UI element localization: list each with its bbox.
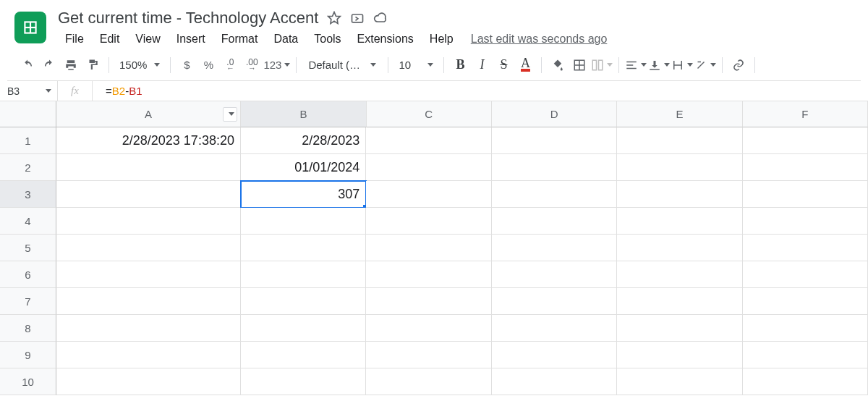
decrease-decimal-button[interactable]: .0← (220, 55, 240, 75)
cell-B6[interactable] (241, 261, 366, 288)
font-select[interactable]: Default (Ari… (302, 55, 382, 75)
col-dropdown-A[interactable] (223, 107, 237, 122)
cell-A6[interactable] (56, 261, 241, 288)
cell-F9[interactable] (743, 342, 868, 368)
text-color-button[interactable]: A (515, 55, 535, 75)
col-header-F[interactable]: F (743, 101, 868, 127)
formula-bar[interactable]: =B2-B1 (93, 81, 868, 101)
menu-extensions[interactable]: Extensions (350, 30, 421, 49)
cell-F10[interactable] (743, 368, 868, 395)
star-icon[interactable] (327, 11, 341, 25)
borders-button[interactable] (569, 55, 590, 75)
cell-E6[interactable] (617, 261, 742, 288)
percent-button[interactable]: % (198, 55, 218, 75)
cell-E3[interactable] (617, 181, 742, 208)
bold-button[interactable]: B (450, 55, 470, 75)
cell-D5[interactable] (492, 235, 617, 261)
row-header-5[interactable]: 5 (0, 235, 56, 261)
cell-C7[interactable] (366, 288, 491, 315)
cell-F8[interactable] (743, 315, 868, 342)
cell-A2[interactable] (56, 154, 241, 181)
cell-B10[interactable] (241, 368, 366, 395)
cell-A3[interactable] (56, 181, 241, 208)
cell-B9[interactable] (241, 342, 366, 368)
print-button[interactable] (61, 55, 81, 75)
cell-B1[interactable]: 2/28/2023 (241, 127, 366, 154)
increase-decimal-button[interactable]: .00→ (242, 55, 262, 75)
italic-button[interactable]: I (472, 55, 492, 75)
cell-D4[interactable] (492, 208, 617, 235)
cell-E2[interactable] (617, 154, 742, 181)
select-all-corner[interactable] (0, 101, 56, 127)
cell-D6[interactable] (492, 261, 617, 288)
cell-F5[interactable] (743, 235, 868, 261)
cell-A5[interactable] (56, 235, 241, 261)
cell-A7[interactable] (56, 288, 241, 315)
cell-C1[interactable] (366, 127, 491, 154)
horizontal-align-button[interactable] (625, 55, 647, 75)
document-title[interactable]: Get current time - Technology Accent (58, 9, 318, 28)
row-header-7[interactable]: 7 (0, 288, 56, 315)
row-header-10[interactable]: 10 (0, 368, 56, 395)
menu-edit[interactable]: Edit (93, 30, 127, 49)
col-header-E[interactable]: E (617, 101, 742, 127)
cell-A4[interactable] (56, 208, 241, 235)
menu-help[interactable]: Help (422, 30, 461, 49)
merge-cells-button[interactable] (591, 55, 613, 75)
cell-E1[interactable] (617, 127, 742, 154)
strikethrough-button[interactable]: S (493, 55, 514, 75)
cell-E7[interactable] (617, 288, 742, 315)
cell-C4[interactable] (366, 208, 491, 235)
cell-B8[interactable] (241, 315, 366, 342)
paint-format-button[interactable] (82, 55, 103, 75)
number-format-button[interactable]: 123 (263, 55, 290, 75)
currency-button[interactable]: $ (176, 55, 197, 75)
cell-A10[interactable] (56, 368, 241, 395)
cell-D3[interactable] (492, 181, 617, 208)
cell-C8[interactable] (366, 315, 491, 342)
row-header-4[interactable]: 4 (0, 208, 56, 235)
cell-A1[interactable]: 2/28/2023 17:38:20 (56, 127, 241, 154)
cell-E9[interactable] (617, 342, 742, 368)
row-header-8[interactable]: 8 (0, 315, 56, 342)
cell-E4[interactable] (617, 208, 742, 235)
cell-C2[interactable] (366, 154, 491, 181)
cell-D1[interactable] (492, 127, 617, 154)
cell-E5[interactable] (617, 235, 742, 261)
menu-insert[interactable]: Insert (169, 30, 213, 49)
text-wrap-button[interactable] (671, 55, 693, 75)
insert-link-button[interactable] (728, 55, 749, 75)
zoom-select[interactable]: 150% (115, 55, 164, 75)
cell-B2[interactable]: 01/01/2024 (241, 154, 366, 181)
row-header-3[interactable]: 3 (0, 181, 56, 208)
cell-B5[interactable] (241, 235, 366, 261)
col-header-C[interactable]: C (367, 101, 492, 127)
menu-tools[interactable]: Tools (307, 30, 348, 49)
fill-color-button[interactable] (548, 55, 568, 75)
col-header-A[interactable]: A (56, 101, 241, 127)
row-header-9[interactable]: 9 (0, 342, 56, 368)
menu-format[interactable]: Format (214, 30, 265, 49)
row-header-2[interactable]: 2 (0, 154, 56, 181)
cell-F7[interactable] (743, 288, 868, 315)
cell-D10[interactable] (492, 368, 617, 395)
row-header-1[interactable]: 1 (0, 127, 56, 154)
name-box[interactable]: B3 (0, 81, 58, 101)
row-header-6[interactable]: 6 (0, 261, 56, 288)
col-header-B[interactable]: B (241, 101, 366, 127)
last-edit-link[interactable]: Last edit was seconds ago (471, 33, 608, 46)
cell-F6[interactable] (743, 261, 868, 288)
cell-B7[interactable] (241, 288, 366, 315)
font-size-select[interactable]: 10 (394, 55, 438, 75)
cell-F3[interactable] (743, 181, 868, 208)
cell-F4[interactable] (743, 208, 868, 235)
cell-C6[interactable] (366, 261, 491, 288)
cell-A9[interactable] (56, 342, 241, 368)
menu-file[interactable]: File (58, 30, 91, 49)
cell-D8[interactable] (492, 315, 617, 342)
cell-C9[interactable] (366, 342, 491, 368)
menu-view[interactable]: View (128, 30, 167, 49)
cell-C3[interactable] (366, 181, 491, 208)
cell-D9[interactable] (492, 342, 617, 368)
cell-E8[interactable] (617, 315, 742, 342)
